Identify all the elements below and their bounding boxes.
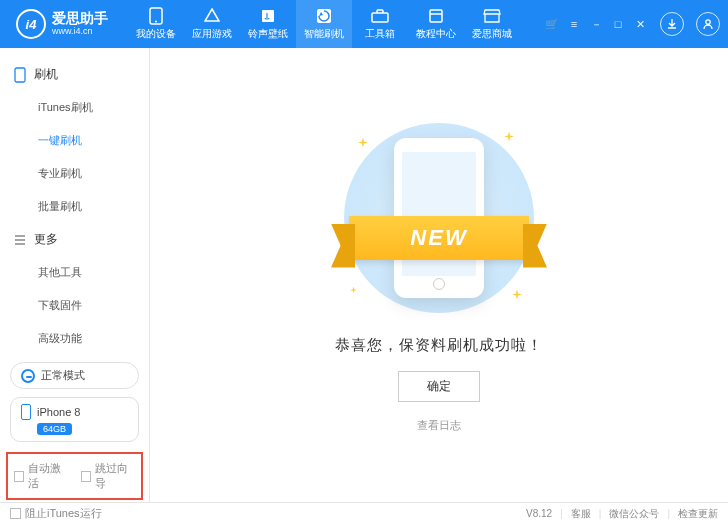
checkbox-block-itunes[interactable]: 阻止iTunes运行 <box>10 506 102 521</box>
nav-label: 教程中心 <box>416 27 456 41</box>
phone-icon <box>21 404 31 420</box>
toolbox-icon <box>371 7 389 25</box>
nav-toolbox[interactable]: 工具箱 <box>352 0 408 48</box>
sidebar-item-pro-flash[interactable]: 专业刷机 <box>0 157 149 190</box>
view-log-link[interactable]: 查看日志 <box>417 418 461 433</box>
nav-store[interactable]: 爱思商城 <box>464 0 520 48</box>
cart-icon[interactable]: 🛒 <box>544 16 560 32</box>
footer-link-support[interactable]: 客服 <box>571 507 591 521</box>
apps-icon <box>203 7 221 25</box>
group-title: 更多 <box>34 231 58 248</box>
svg-rect-5 <box>430 10 442 22</box>
user-button[interactable] <box>696 12 720 36</box>
group-title: 刷机 <box>34 66 58 83</box>
svg-point-6 <box>706 20 710 24</box>
mode-label: 正常模式 <box>41 368 85 383</box>
checkbox-icon <box>81 471 91 482</box>
success-illustration: NEW <box>334 118 544 318</box>
brand-url: www.i4.cn <box>52 27 108 37</box>
svg-rect-4 <box>372 13 388 22</box>
options-highlight-box: 自动激活 跳过向导 <box>6 452 143 500</box>
sidebar-item-itunes-flash[interactable]: iTunes刷机 <box>0 91 149 124</box>
sidebar-item-other-tools[interactable]: 其他工具 <box>0 256 149 289</box>
nav-label: 铃声壁纸 <box>248 27 288 41</box>
status-bar: 阻止iTunes运行 V8.12 | 客服 | 微信公众号 | 检查更新 <box>0 502 728 524</box>
svg-rect-7 <box>15 68 25 82</box>
checkbox-label: 阻止iTunes运行 <box>25 506 102 521</box>
footer-link-update[interactable]: 检查更新 <box>678 507 718 521</box>
nav-label: 智能刷机 <box>304 27 344 41</box>
checkbox-icon <box>14 471 24 482</box>
checkbox-icon <box>10 508 21 519</box>
checkbox-skip-guide[interactable]: 跳过向导 <box>81 461 136 491</box>
nav-label: 应用游戏 <box>192 27 232 41</box>
window-controls: 🛒 ≡ － □ ✕ <box>544 12 720 36</box>
new-ribbon: NEW <box>349 216 529 260</box>
flash-icon <box>315 7 333 25</box>
main-content: NEW 恭喜您，保资料刷机成功啦！ 确定 查看日志 <box>150 48 728 502</box>
sidebar-item-onekey-flash[interactable]: 一键刷机 <box>0 124 149 157</box>
sidebar-item-download-firmware[interactable]: 下载固件 <box>0 289 149 322</box>
nav-apps[interactable]: 应用游戏 <box>184 0 240 48</box>
phone-icon <box>14 67 26 83</box>
svg-point-1 <box>155 21 157 23</box>
svg-rect-2 <box>262 10 274 22</box>
nav-ringtone[interactable]: 铃声壁纸 <box>240 0 296 48</box>
checkbox-label: 自动激活 <box>28 461 68 491</box>
version-label: V8.12 <box>526 508 552 519</box>
menu-icon[interactable]: ≡ <box>566 16 582 32</box>
success-message: 恭喜您，保资料刷机成功啦！ <box>335 336 543 355</box>
footer-link-wechat[interactable]: 微信公众号 <box>609 507 659 521</box>
nav-my-device[interactable]: 我的设备 <box>128 0 184 48</box>
top-nav: 我的设备 应用游戏 铃声壁纸 智能刷机 工具箱 教程中心 爱思商城 <box>128 0 520 48</box>
checkbox-auto-activate[interactable]: 自动激活 <box>14 461 69 491</box>
nav-label: 爱思商城 <box>472 27 512 41</box>
logo: i4 爱思助手 www.i4.cn <box>8 9 116 39</box>
sidebar-item-batch-flash[interactable]: 批量刷机 <box>0 190 149 223</box>
sidebar-group-flash: 刷机 <box>0 58 149 91</box>
nav-label: 工具箱 <box>365 27 395 41</box>
sidebar-group-more: 更多 <box>0 223 149 256</box>
mode-indicator[interactable]: 正常模式 <box>10 362 139 389</box>
maximize-button[interactable]: □ <box>610 16 626 32</box>
storage-badge: 64GB <box>37 423 72 435</box>
minimize-button[interactable]: － <box>588 16 604 32</box>
book-icon <box>427 7 445 25</box>
music-icon <box>259 7 277 25</box>
brand-name: 爱思助手 <box>52 11 108 26</box>
sidebar-item-advanced[interactable]: 高级功能 <box>0 322 149 355</box>
checkbox-label: 跳过向导 <box>95 461 135 491</box>
sidebar: 刷机 iTunes刷机 一键刷机 专业刷机 批量刷机 更多 其他工具 下载固件 … <box>0 48 150 502</box>
nav-flash[interactable]: 智能刷机 <box>296 0 352 48</box>
ok-button[interactable]: 确定 <box>398 371 480 402</box>
device-indicator[interactable]: iPhone 8 64GB <box>10 397 139 442</box>
nav-tutorial[interactable]: 教程中心 <box>408 0 464 48</box>
phone-icon <box>147 7 165 25</box>
device-name: iPhone 8 <box>37 406 80 418</box>
store-icon <box>483 7 501 25</box>
logo-icon: i4 <box>16 9 46 39</box>
menu-icon <box>14 234 26 246</box>
nav-label: 我的设备 <box>136 27 176 41</box>
close-button[interactable]: ✕ <box>632 16 648 32</box>
title-bar: i4 爱思助手 www.i4.cn 我的设备 应用游戏 铃声壁纸 智能刷机 工具… <box>0 0 728 48</box>
download-button[interactable] <box>660 12 684 36</box>
refresh-icon <box>21 369 35 383</box>
